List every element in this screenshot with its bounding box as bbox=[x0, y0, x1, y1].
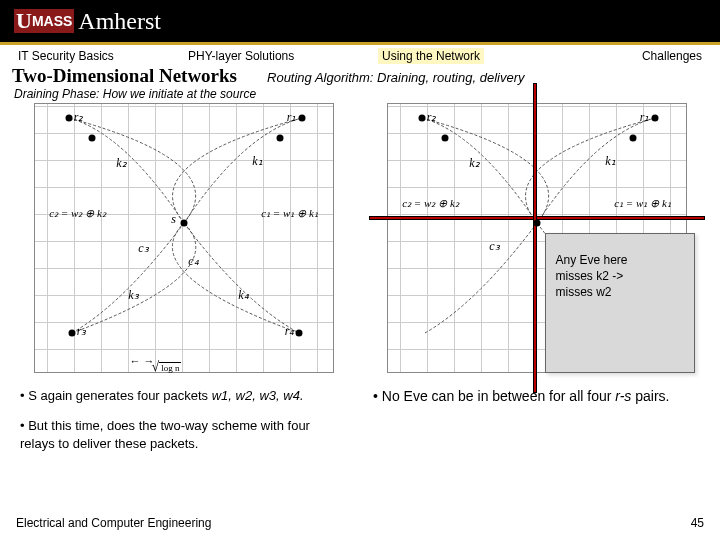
vertical-bar bbox=[533, 83, 537, 393]
left-diagram: r₂ r₁ r₃ r₄ k₂ k₁ k₃ k₄ c₃ c₄ s c₂ = w₂ … bbox=[34, 103, 334, 373]
label-eq-left-r: c₂ = w₂ ⊕ k₂ bbox=[402, 197, 459, 210]
node-k1-dot-r bbox=[629, 135, 636, 142]
rb-text1: • No Eve can be in between for all four bbox=[373, 388, 615, 404]
callout-line3: misses w2 bbox=[556, 284, 684, 300]
callout-line2: misses k2 -> bbox=[556, 268, 684, 284]
content-area: r₂ r₁ r₃ r₄ k₂ k₁ k₃ k₄ c₃ c₄ s c₂ = w₂ … bbox=[0, 103, 720, 454]
header-bar: U MASS Amherst bbox=[0, 0, 720, 42]
nav-item-security[interactable]: IT Security Basics bbox=[12, 47, 182, 65]
node-r2-r bbox=[418, 115, 425, 122]
node-k2-dot-r bbox=[441, 135, 448, 142]
label-r1-r: r₁ bbox=[640, 110, 650, 125]
right-diagram: r₂ r₁ k₂ k₁ c₃ c₂ = w₂ ⊕ k₂ c₁ = w₁ ⊕ k₁… bbox=[387, 103, 687, 373]
node-k2-dot bbox=[88, 135, 95, 142]
nav-item-phy[interactable]: PHY-layer Solutions bbox=[182, 47, 372, 65]
label-r2-r: r₂ bbox=[427, 110, 437, 125]
node-s-r bbox=[533, 220, 540, 227]
label-r4: r₄ bbox=[285, 324, 295, 339]
logo-badge: U MASS bbox=[14, 9, 74, 33]
label-eq-left: c₂ = w₂ ⊕ k₂ bbox=[49, 207, 106, 220]
footer: Electrical and Computer Engineering 45 bbox=[16, 516, 704, 530]
label-c3-r: c₃ bbox=[489, 239, 499, 254]
callout-line1: Any Eve here bbox=[556, 252, 684, 268]
label-r2: r₂ bbox=[74, 110, 84, 125]
phase-label: Draining Phase: How we initiate at the s… bbox=[0, 87, 720, 103]
node-k1-dot bbox=[276, 135, 283, 142]
label-k2-r: k₂ bbox=[469, 156, 479, 171]
footer-left: Electrical and Computer Engineering bbox=[16, 516, 211, 530]
nav-item-challenges[interactable]: Challenges bbox=[572, 47, 708, 65]
sqrt-annotation: √log n bbox=[152, 359, 182, 375]
label-k2: k₂ bbox=[116, 156, 126, 171]
rb-text2: r-s bbox=[615, 388, 631, 404]
label-k3: k₃ bbox=[128, 288, 138, 303]
label-k1-r: k₁ bbox=[605, 154, 615, 169]
label-s: s bbox=[171, 212, 176, 227]
label-k1: k₁ bbox=[252, 154, 262, 169]
sqrt-text: log n bbox=[159, 362, 181, 373]
width-arrows: ← → bbox=[130, 355, 155, 367]
bullet-1a: • S again generates four packets bbox=[20, 388, 212, 403]
bullet-2: • But this time, does the two-way scheme… bbox=[20, 417, 347, 453]
node-r2 bbox=[65, 115, 72, 122]
logo-amherst: Amherst bbox=[78, 8, 161, 35]
eve-callout: Any Eve here misses k2 -> misses w2 bbox=[545, 233, 695, 373]
right-bullet-1: • No Eve can be in between for all four … bbox=[373, 387, 700, 406]
label-r1: r₁ bbox=[287, 110, 297, 125]
label-k4: k₄ bbox=[238, 288, 248, 303]
label-c3: c₃ bbox=[138, 241, 148, 256]
nav-item-network-label: Using the Network bbox=[378, 48, 484, 64]
node-s bbox=[180, 220, 187, 227]
label-c4: c₄ bbox=[188, 254, 198, 269]
title-row: Two-Dimensional Networks Routing Algorit… bbox=[0, 65, 720, 87]
bullet-1: • S again generates four packets w1, w2,… bbox=[20, 387, 347, 405]
page-subtitle: Routing Algorithm: Draining, routing, de… bbox=[237, 70, 708, 85]
left-column: r₂ r₁ r₃ r₄ k₂ k₁ k₃ k₄ c₃ c₄ s c₂ = w₂ … bbox=[16, 103, 351, 454]
nav-item-network[interactable]: Using the Network bbox=[372, 47, 572, 65]
right-bullets: • No Eve can be in between for all four … bbox=[369, 373, 704, 406]
bullet-1b: w1, w2, w3, w4. bbox=[212, 388, 304, 403]
node-r4 bbox=[295, 330, 302, 337]
label-eq-right-r: c₁ = w₁ ⊕ k₁ bbox=[614, 197, 671, 210]
logo-mass: MASS bbox=[32, 13, 72, 29]
node-r3 bbox=[68, 330, 75, 337]
rb-text3: pairs. bbox=[631, 388, 669, 404]
logo-u: U bbox=[16, 10, 32, 32]
right-column: r₂ r₁ k₂ k₁ c₃ c₂ = w₂ ⊕ k₂ c₁ = w₁ ⊕ k₁… bbox=[369, 103, 704, 454]
node-r1 bbox=[298, 115, 305, 122]
page-title: Two-Dimensional Networks bbox=[12, 65, 237, 87]
label-eq-right: c₁ = w₁ ⊕ k₁ bbox=[261, 207, 318, 220]
footer-page: 45 bbox=[691, 516, 704, 530]
left-bullets: • S again generates four packets w1, w2,… bbox=[16, 373, 351, 454]
nav-tabs: IT Security Basics PHY-layer Solutions U… bbox=[0, 45, 720, 65]
label-r3: r₃ bbox=[77, 324, 87, 339]
node-r1-r bbox=[651, 115, 658, 122]
